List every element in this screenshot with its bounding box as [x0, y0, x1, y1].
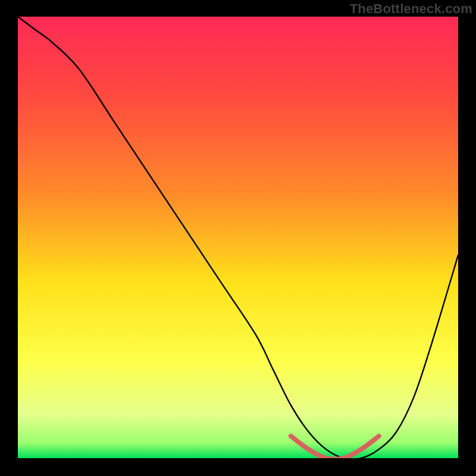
plot-area	[18, 17, 458, 458]
chart-frame: TheBottleneck.com	[0, 0, 476, 476]
bottleneck-chart	[18, 17, 458, 458]
watermark-text: TheBottleneck.com	[350, 1, 472, 17]
gradient-background	[18, 17, 458, 458]
